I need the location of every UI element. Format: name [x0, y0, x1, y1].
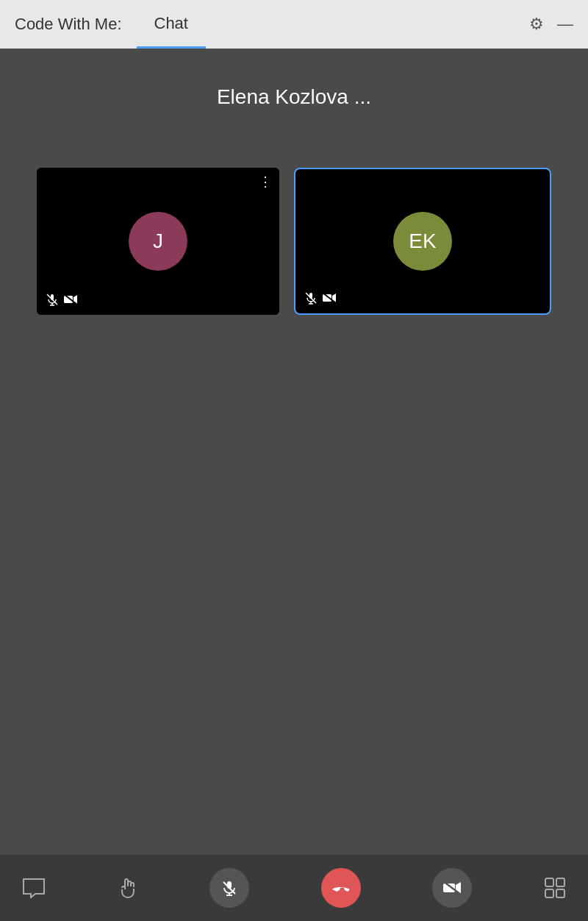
mute-video-button[interactable]: [432, 868, 472, 908]
svg-rect-23: [545, 889, 553, 897]
video-tile-local: J ⋮: [37, 168, 279, 315]
local-muted-video-icon: [63, 294, 78, 307]
svg-rect-24: [556, 889, 564, 897]
caller-name: Elena Kozlova ...: [0, 49, 588, 124]
avatar-local: J: [129, 212, 187, 271]
svg-rect-22: [556, 878, 564, 886]
titlebar-actions: ⚙ —: [529, 16, 573, 32]
video-tile-remote: EK: [294, 168, 551, 315]
chat-button[interactable]: [22, 878, 46, 898]
svg-rect-21: [545, 878, 553, 886]
video-tiles: J ⋮: [0, 168, 588, 315]
app-name: Code With Me:: [15, 15, 122, 34]
local-status-icons: [46, 293, 78, 307]
raise-hand-button[interactable]: [118, 876, 138, 900]
minimize-icon[interactable]: —: [557, 16, 573, 32]
remote-muted-video-icon: [322, 292, 337, 305]
end-call-button[interactable]: [321, 868, 361, 908]
titlebar: Code With Me: Chat ⚙ —: [0, 0, 588, 49]
remote-muted-mic-icon: [304, 291, 318, 306]
remote-status-icons: [304, 291, 337, 306]
local-muted-mic-icon: [46, 293, 59, 307]
avatar-remote: EK: [393, 212, 452, 271]
tab-chat[interactable]: Chat: [137, 0, 206, 49]
settings-icon[interactable]: ⚙: [529, 16, 544, 32]
tile-menu-button[interactable]: ⋮: [259, 175, 272, 188]
mute-mic-button[interactable]: [209, 868, 249, 908]
bottom-bar: [0, 855, 588, 921]
grid-layout-button[interactable]: [544, 877, 566, 899]
main-content: Elena Kozlova ... J ⋮: [0, 49, 588, 921]
